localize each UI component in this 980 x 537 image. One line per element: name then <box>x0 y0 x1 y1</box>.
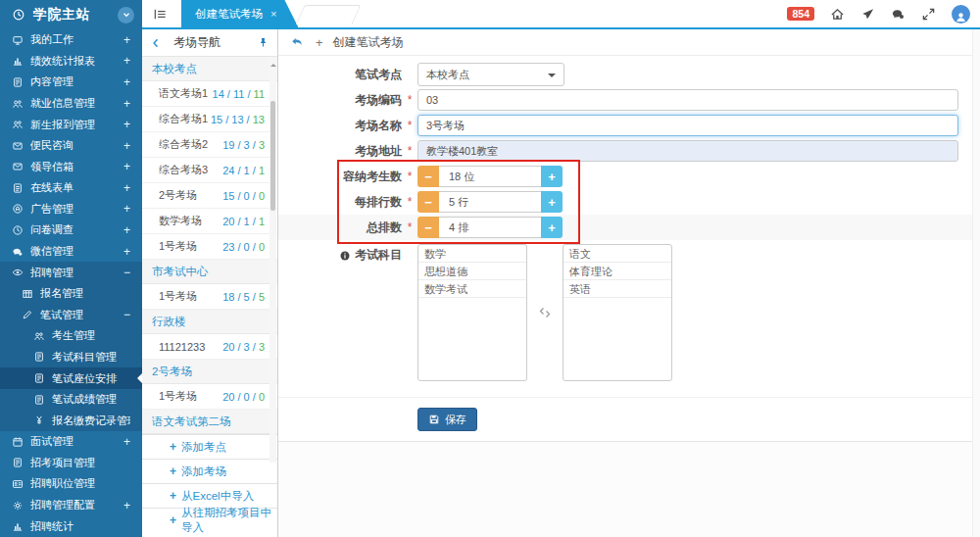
subject-item[interactable]: 语文 <box>564 245 671 263</box>
content-header: + 创建笔试考场 <box>278 29 980 56</box>
decrement-button[interactable]: − <box>417 166 439 187</box>
user-avatar[interactable] <box>952 5 970 24</box>
sidebar-item[interactable]: 笔试座位安排 <box>0 367 142 389</box>
nav-action-button[interactable]: + 从Excel中导入 <box>142 483 277 508</box>
decrement-button[interactable]: − <box>417 191 439 213</box>
sidebar-item[interactable]: 招聘职位管理 <box>0 473 142 495</box>
sidebar-item-label: 面试管理 <box>30 434 123 449</box>
fullscreen-button[interactable] <box>921 7 936 22</box>
sidebar-item[interactable]: 招聘管理配置 + <box>0 495 142 516</box>
exam-room-row[interactable]: 综合考场3 24 / 1 / 1 <box>142 158 277 183</box>
main-scrollbar[interactable] <box>972 29 980 537</box>
scrollbar-thumb[interactable] <box>270 101 275 211</box>
subject-item[interactable]: 思想道德 <box>418 263 526 280</box>
pin-panel-button[interactable] <box>257 36 270 49</box>
exam-room-row[interactable]: 综合考场1 15 / 13 / 13 <box>142 107 277 132</box>
exam-room-row[interactable]: 1号考场 20 / 0 / 0 <box>142 384 277 410</box>
nav-back-button[interactable] <box>150 37 162 49</box>
selected-subjects-list[interactable]: 语文体育理论英语 <box>563 244 672 381</box>
sidebar-item[interactable]: 在线表单 + <box>0 177 142 199</box>
chat-bubbles-icon <box>891 7 906 22</box>
exam-room-row[interactable]: 2号考场 15 / 0 / 0 <box>142 183 277 209</box>
sidebar-item[interactable]: 笔试管理 − <box>0 305 142 326</box>
increment-button[interactable]: + <box>541 191 563 213</box>
content-filler <box>278 441 980 537</box>
sidebar-item[interactable]: 内容管理 + <box>0 72 142 93</box>
sidebar-item[interactable]: 考试科目管理 <box>0 347 142 368</box>
sidebar-item[interactable]: 报名管理 <box>0 283 142 305</box>
room-address-input[interactable] <box>417 140 958 162</box>
subject-item[interactable]: 数学 <box>418 245 526 263</box>
nav-section-title: 2号考场 <box>142 360 277 384</box>
mail-icon <box>12 161 24 172</box>
exam-room-row[interactable]: 数学考场 20 / 1 / 1 <box>142 209 277 234</box>
subject-item[interactable]: 数学考试 <box>418 280 526 298</box>
doc-icon <box>33 372 45 384</box>
main-content: + 创建笔试考场 笔试考点 本校考点 考场编码 * <box>278 29 980 537</box>
tab-close-icon[interactable]: × <box>270 8 276 20</box>
sidebar-item-label: 笔试成绩管理 <box>52 392 130 407</box>
nav-action-button[interactable]: + 添加考场 <box>142 459 277 483</box>
sidebar-item[interactable]: 绩效统计报表 + <box>0 51 142 73</box>
sidebar-item[interactable]: 我的工作 + <box>0 29 142 51</box>
exam-room-row[interactable]: 语文考场1 14 / 11 / 11 <box>142 81 277 107</box>
room-name-input[interactable] <box>417 115 958 136</box>
form-row-code: 考场编码 * <box>278 87 980 113</box>
sidebar-item[interactable]: 微信管理 + <box>0 241 142 263</box>
sidebar-item[interactable]: 招聘统计 <box>0 515 142 537</box>
panel-toggle-button[interactable] <box>142 0 177 27</box>
sidebar-item[interactable]: 领导信箱 + <box>0 156 142 177</box>
save-button[interactable]: 保存 <box>417 408 477 431</box>
sidebar-item[interactable]: 招聘管理 − <box>0 262 142 283</box>
required-mark: * <box>402 119 417 132</box>
subject-item[interactable]: 英语 <box>564 280 671 298</box>
nav-action-button[interactable]: + 从往期招考项目中导入 <box>142 508 277 532</box>
page-title: 创建笔试考场 <box>333 34 404 51</box>
transfer-control[interactable] <box>527 244 563 381</box>
sidebar-item-label: 在线表单 <box>30 180 123 195</box>
exam-room-row[interactable]: 1号考场 23 / 0 / 0 <box>142 234 277 260</box>
exam-room-row[interactable]: 综合考场2 19 / 3 / 3 <box>142 132 277 158</box>
sidebar-item-label: 就业信息管理 <box>30 96 123 111</box>
field-label: 总排数 <box>278 220 402 236</box>
available-subjects-list[interactable]: 数学思想道德数学考试 <box>417 244 527 381</box>
venue-select[interactable]: 本校考点 <box>417 63 564 86</box>
home-button[interactable] <box>830 7 845 22</box>
new-tab-ghost[interactable] <box>296 5 362 24</box>
sidebar-item[interactable]: 新生报到管理 + <box>0 114 142 135</box>
sidebar-item-label: 问卷调查 <box>30 222 123 237</box>
sidebar-item[interactable]: 就业信息管理 + <box>0 93 142 115</box>
subject-item[interactable]: 体育理论 <box>564 263 671 280</box>
form-row-venue: 笔试考点 本校考点 <box>278 62 980 87</box>
sidebar-item[interactable]: 招考项目管理 <box>0 453 142 474</box>
exam-room-list: 本校考点 语文考场1 14 / 11 / 11 综合考场1 15 / 13 / … <box>142 57 277 537</box>
sidebar-item[interactable]: 笔试成绩管理 <box>0 389 142 411</box>
messages-button[interactable] <box>891 7 906 22</box>
increment-button[interactable]: + <box>541 217 563 238</box>
tab-create-exam-room[interactable]: 创建笔试考场 × <box>181 0 298 27</box>
decrement-button[interactable]: − <box>417 217 439 238</box>
scrollbar-up-arrow[interactable] <box>270 61 276 67</box>
total-rows-input[interactable] <box>439 217 541 238</box>
sidebar-item[interactable]: 广告管理 + <box>0 199 142 220</box>
plus-icon: + <box>170 513 176 527</box>
notification-badge[interactable]: 854 <box>787 7 814 21</box>
sidebar-item[interactable]: 问卷调查 + <box>0 220 142 241</box>
per-row-input[interactable] <box>439 191 541 213</box>
sidebar-item[interactable]: 报名缴费记录管理 <box>0 410 142 431</box>
sidebar-item[interactable]: 面试管理 + <box>0 431 142 453</box>
send-button[interactable] <box>860 7 875 22</box>
exam-room-row[interactable]: 11121233 20 / 3 / 3 <box>142 334 277 360</box>
back-button[interactable] <box>290 35 304 49</box>
room-code-input[interactable] <box>417 89 958 111</box>
sidebar-item[interactable]: 便民咨询 + <box>0 135 142 157</box>
exam-room-row[interactable]: 1号考场 18 / 5 / 5 <box>142 284 277 310</box>
field-label: 笔试考点 <box>278 67 402 83</box>
nav-scrollbar[interactable] <box>270 59 276 463</box>
sidebar-item[interactable]: 考生管理 <box>0 325 142 347</box>
nav-action-button[interactable]: + 添加考点 <box>142 434 277 459</box>
capacity-input[interactable] <box>439 166 541 187</box>
increment-button[interactable]: + <box>541 166 563 187</box>
sidebar-collapse-button[interactable] <box>118 7 134 24</box>
create-plus-icon: + <box>316 35 323 50</box>
